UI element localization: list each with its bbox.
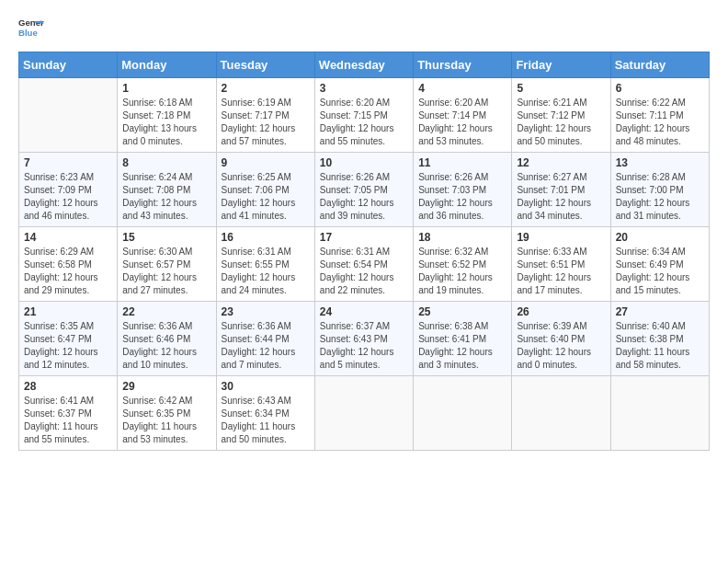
day-number: 6 <box>616 82 704 95</box>
day-number: 28 <box>24 380 112 393</box>
calendar-cell: 17Sunrise: 6:31 AM Sunset: 6:54 PM Dayli… <box>314 227 413 302</box>
day-number: 24 <box>320 305 408 318</box>
calendar-body: 1Sunrise: 6:18 AM Sunset: 7:18 PM Daylig… <box>19 78 710 451</box>
day-info: Sunrise: 6:38 AM Sunset: 6:41 PM Dayligh… <box>418 320 506 372</box>
day-info: Sunrise: 6:33 AM Sunset: 6:51 PM Dayligh… <box>517 246 605 297</box>
day-info: Sunrise: 6:24 AM Sunset: 7:08 PM Dayligh… <box>122 171 210 223</box>
day-number: 14 <box>24 231 112 244</box>
day-info: Sunrise: 6:37 AM Sunset: 6:43 PM Dayligh… <box>320 320 408 372</box>
day-number: 9 <box>222 156 310 169</box>
day-info: Sunrise: 6:31 AM Sunset: 6:54 PM Dayligh… <box>320 246 408 297</box>
day-info: Sunrise: 6:26 AM Sunset: 7:03 PM Dayligh… <box>418 171 506 223</box>
day-number: 30 <box>222 380 310 393</box>
day-info: Sunrise: 6:23 AM Sunset: 7:09 PM Dayligh… <box>24 171 112 223</box>
logo-icon: General Blue <box>18 15 44 40</box>
calendar-cell: 20Sunrise: 6:34 AM Sunset: 6:49 PM Dayli… <box>610 227 709 302</box>
day-number: 15 <box>122 231 210 244</box>
day-info: Sunrise: 6:40 AM Sunset: 6:38 PM Dayligh… <box>616 320 704 372</box>
calendar-cell: 11Sunrise: 6:26 AM Sunset: 7:03 PM Dayli… <box>414 153 512 227</box>
day-number: 25 <box>418 305 506 318</box>
calendar-cell: 25Sunrise: 6:38 AM Sunset: 6:41 PM Dayli… <box>414 302 512 376</box>
calendar-cell: 28Sunrise: 6:41 AM Sunset: 6:37 PM Dayli… <box>19 376 118 451</box>
day-number: 2 <box>222 82 310 95</box>
header-cell-monday: Monday <box>118 52 216 78</box>
day-number: 1 <box>122 82 210 95</box>
calendar-header: SundayMondayTuesdayWednesdayThursdayFrid… <box>19 52 710 78</box>
calendar-cell <box>414 376 512 451</box>
day-info: Sunrise: 6:19 AM Sunset: 7:17 PM Dayligh… <box>222 97 310 148</box>
calendar-cell <box>512 376 610 451</box>
week-row-1: 1Sunrise: 6:18 AM Sunset: 7:18 PM Daylig… <box>19 78 710 153</box>
day-number: 3 <box>320 82 408 95</box>
day-info: Sunrise: 6:21 AM Sunset: 7:12 PM Dayligh… <box>517 97 605 148</box>
day-info: Sunrise: 6:20 AM Sunset: 7:14 PM Dayligh… <box>418 97 506 148</box>
calendar-cell: 9Sunrise: 6:25 AM Sunset: 7:06 PM Daylig… <box>216 153 314 227</box>
day-number: 17 <box>320 231 408 244</box>
calendar-cell: 15Sunrise: 6:30 AM Sunset: 6:57 PM Dayli… <box>118 227 216 302</box>
day-info: Sunrise: 6:20 AM Sunset: 7:15 PM Dayligh… <box>320 97 408 148</box>
calendar-cell: 3Sunrise: 6:20 AM Sunset: 7:15 PM Daylig… <box>314 78 413 153</box>
calendar-cell: 10Sunrise: 6:26 AM Sunset: 7:05 PM Dayli… <box>314 153 413 227</box>
header-cell-friday: Friday <box>512 52 610 78</box>
day-number: 4 <box>418 82 506 95</box>
calendar-cell: 8Sunrise: 6:24 AM Sunset: 7:08 PM Daylig… <box>118 153 216 227</box>
day-number: 22 <box>122 305 210 318</box>
calendar-cell <box>19 78 118 153</box>
day-number: 20 <box>616 231 704 244</box>
day-info: Sunrise: 6:25 AM Sunset: 7:06 PM Dayligh… <box>222 171 310 223</box>
header-cell-thursday: Thursday <box>414 52 512 78</box>
day-info: Sunrise: 6:31 AM Sunset: 6:55 PM Dayligh… <box>222 246 310 297</box>
calendar-cell: 27Sunrise: 6:40 AM Sunset: 6:38 PM Dayli… <box>610 302 709 376</box>
day-info: Sunrise: 6:30 AM Sunset: 6:57 PM Dayligh… <box>122 246 210 297</box>
header-cell-sunday: Sunday <box>19 52 118 78</box>
header-cell-saturday: Saturday <box>610 52 709 78</box>
calendar-cell: 23Sunrise: 6:36 AM Sunset: 6:44 PM Dayli… <box>216 302 314 376</box>
day-number: 5 <box>517 82 605 95</box>
calendar-cell: 5Sunrise: 6:21 AM Sunset: 7:12 PM Daylig… <box>512 78 610 153</box>
week-row-3: 14Sunrise: 6:29 AM Sunset: 6:58 PM Dayli… <box>19 227 710 302</box>
calendar-cell: 21Sunrise: 6:35 AM Sunset: 6:47 PM Dayli… <box>19 302 118 376</box>
calendar-cell: 30Sunrise: 6:43 AM Sunset: 6:34 PM Dayli… <box>216 376 314 451</box>
page-header: General Blue <box>18 15 710 40</box>
calendar-cell: 4Sunrise: 6:20 AM Sunset: 7:14 PM Daylig… <box>414 78 512 153</box>
calendar-cell: 12Sunrise: 6:27 AM Sunset: 7:01 PM Dayli… <box>512 153 610 227</box>
day-number: 23 <box>222 305 310 318</box>
calendar-cell: 19Sunrise: 6:33 AM Sunset: 6:51 PM Dayli… <box>512 227 610 302</box>
day-info: Sunrise: 6:42 AM Sunset: 6:35 PM Dayligh… <box>122 395 210 446</box>
day-info: Sunrise: 6:35 AM Sunset: 6:47 PM Dayligh… <box>24 320 112 372</box>
week-row-5: 28Sunrise: 6:41 AM Sunset: 6:37 PM Dayli… <box>19 376 710 451</box>
header-row: SundayMondayTuesdayWednesdayThursdayFrid… <box>19 52 710 78</box>
day-number: 10 <box>320 156 408 169</box>
day-info: Sunrise: 6:41 AM Sunset: 6:37 PM Dayligh… <box>24 395 112 446</box>
day-info: Sunrise: 6:18 AM Sunset: 7:18 PM Dayligh… <box>122 97 210 148</box>
day-info: Sunrise: 6:32 AM Sunset: 6:52 PM Dayligh… <box>418 246 506 297</box>
day-info: Sunrise: 6:34 AM Sunset: 6:49 PM Dayligh… <box>616 246 704 297</box>
header-cell-wednesday: Wednesday <box>314 52 413 78</box>
day-info: Sunrise: 6:22 AM Sunset: 7:11 PM Dayligh… <box>616 97 704 148</box>
day-number: 18 <box>418 231 506 244</box>
day-info: Sunrise: 6:39 AM Sunset: 6:40 PM Dayligh… <box>517 320 605 372</box>
week-row-4: 21Sunrise: 6:35 AM Sunset: 6:47 PM Dayli… <box>19 302 710 376</box>
header-cell-tuesday: Tuesday <box>216 52 314 78</box>
day-number: 12 <box>517 156 605 169</box>
day-info: Sunrise: 6:26 AM Sunset: 7:05 PM Dayligh… <box>320 171 408 223</box>
day-number: 8 <box>122 156 210 169</box>
calendar-cell: 14Sunrise: 6:29 AM Sunset: 6:58 PM Dayli… <box>19 227 118 302</box>
day-info: Sunrise: 6:43 AM Sunset: 6:34 PM Dayligh… <box>222 395 310 446</box>
calendar-cell: 26Sunrise: 6:39 AM Sunset: 6:40 PM Dayli… <box>512 302 610 376</box>
svg-text:Blue: Blue <box>18 28 38 38</box>
day-info: Sunrise: 6:36 AM Sunset: 6:46 PM Dayligh… <box>122 320 210 372</box>
calendar-cell: 13Sunrise: 6:28 AM Sunset: 7:00 PM Dayli… <box>610 153 709 227</box>
day-info: Sunrise: 6:28 AM Sunset: 7:00 PM Dayligh… <box>616 171 704 223</box>
logo: General Blue <box>18 15 44 40</box>
day-number: 7 <box>24 156 112 169</box>
day-info: Sunrise: 6:27 AM Sunset: 7:01 PM Dayligh… <box>517 171 605 223</box>
day-number: 16 <box>222 231 310 244</box>
calendar-cell: 6Sunrise: 6:22 AM Sunset: 7:11 PM Daylig… <box>610 78 709 153</box>
calendar-cell: 7Sunrise: 6:23 AM Sunset: 7:09 PM Daylig… <box>19 153 118 227</box>
calendar-cell <box>314 376 413 451</box>
day-number: 27 <box>616 305 704 318</box>
calendar-cell: 2Sunrise: 6:19 AM Sunset: 7:17 PM Daylig… <box>216 78 314 153</box>
calendar-cell: 29Sunrise: 6:42 AM Sunset: 6:35 PM Dayli… <box>118 376 216 451</box>
calendar-table: SundayMondayTuesdayWednesdayThursdayFrid… <box>18 52 710 451</box>
